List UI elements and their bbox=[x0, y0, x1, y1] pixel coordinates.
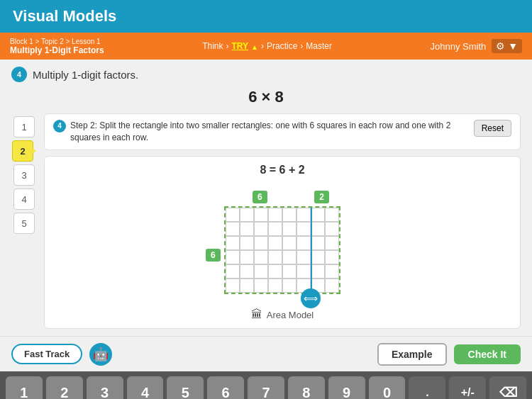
grid-cell bbox=[282, 208, 297, 222]
grid-cell bbox=[226, 264, 240, 279]
check-it-button[interactable]: Check It bbox=[454, 344, 521, 364]
grid-cell bbox=[254, 279, 268, 293]
step-3-button[interactable]: 3 bbox=[13, 164, 35, 186]
step-think[interactable]: Think bbox=[202, 41, 223, 51]
key-3[interactable]: 3 bbox=[87, 376, 123, 399]
key-1[interactable]: 1 bbox=[6, 376, 43, 399]
grid-cell bbox=[325, 222, 339, 236]
key-backspace[interactable]: ⌫ bbox=[489, 376, 526, 399]
grid-cell bbox=[268, 222, 282, 236]
nav-steps: Think › TRY ▲ › Practice › Master bbox=[202, 41, 332, 51]
step-1-button[interactable]: 1 bbox=[13, 116, 35, 137]
grid-cell bbox=[325, 279, 339, 293]
key-6[interactable]: 6 bbox=[207, 376, 244, 399]
step-master[interactable]: Master bbox=[306, 41, 332, 51]
grid-cell bbox=[282, 222, 297, 236]
instruction-text: 4 Step 2: Split the rectangle into two s… bbox=[53, 120, 467, 144]
grid-cell bbox=[311, 208, 325, 222]
grid-cell bbox=[297, 250, 311, 264]
example-button[interactable]: Example bbox=[377, 343, 447, 366]
grid-cell bbox=[226, 222, 240, 236]
grid-cell bbox=[240, 264, 254, 279]
content-row: 1 2 3 4 5 4 Step 2: Split the rectangle … bbox=[11, 113, 521, 329]
main-grid bbox=[224, 206, 340, 294]
area-model-label: 🏛 Area Model bbox=[251, 304, 314, 321]
app-title: Visual Models bbox=[13, 7, 116, 26]
key-4[interactable]: 4 bbox=[127, 376, 164, 399]
key-0[interactable]: 0 bbox=[369, 376, 406, 399]
grid-cell bbox=[325, 264, 339, 279]
grid-cell bbox=[240, 208, 254, 222]
grid-cell bbox=[268, 250, 282, 264]
settings-button[interactable]: ⚙ ▼ bbox=[492, 39, 522, 53]
grid-cell bbox=[282, 279, 297, 293]
grid-area: 6 2 6 ⟺ bbox=[224, 182, 340, 304]
arrow-1: › bbox=[226, 41, 229, 51]
grid-cell bbox=[325, 250, 339, 264]
grid-cell bbox=[311, 264, 325, 279]
grid-cell bbox=[254, 222, 268, 236]
step-4-button[interactable]: 4 bbox=[13, 189, 35, 210]
grid-cell bbox=[325, 208, 339, 222]
grid-cell bbox=[282, 250, 297, 264]
task-icon: 4 bbox=[11, 67, 27, 82]
grid-cell bbox=[240, 250, 254, 264]
nav-bar: Block 1 > Topic 2 > Lesson 1 Multiply 1-… bbox=[0, 33, 532, 60]
key-plus-minus[interactable]: +/- bbox=[449, 376, 486, 399]
step-sidebar: 1 2 3 4 5 bbox=[11, 113, 37, 329]
grid-cell bbox=[282, 236, 297, 250]
key-8[interactable]: 8 bbox=[288, 376, 325, 399]
grid-divider bbox=[311, 208, 312, 294]
key-5[interactable]: 5 bbox=[167, 376, 204, 399]
fast-track-button[interactable]: Fast Track bbox=[11, 344, 82, 364]
step-5-button[interactable]: 5 bbox=[13, 213, 35, 234]
grid-cell bbox=[226, 279, 240, 293]
breadcrumb: Block 1 > Topic 2 > Lesson 1 bbox=[10, 38, 104, 45]
app-header: Visual Models bbox=[0, 0, 532, 33]
bottom-bar: Fast Track 🤖 Example Check It bbox=[0, 336, 532, 371]
grid-row bbox=[226, 264, 339, 279]
grid-cell bbox=[254, 264, 268, 279]
badge-left-6: 6 bbox=[206, 249, 221, 262]
grid-cell bbox=[325, 236, 339, 250]
grid-cell bbox=[297, 236, 311, 250]
nav-right: Johnny Smith ⚙ ▼ bbox=[430, 39, 522, 53]
instruction-card: 4 Step 2: Split the rectangle into two s… bbox=[44, 113, 521, 150]
grid-cell bbox=[254, 208, 268, 222]
area-model-icon: 🏛 bbox=[251, 308, 262, 321]
grid-cell bbox=[268, 264, 282, 279]
key-9[interactable]: 9 bbox=[328, 376, 365, 399]
key-2[interactable]: 2 bbox=[46, 376, 83, 399]
model-container: 8 = 6 + 2 6 2 6 bbox=[44, 156, 521, 329]
grid-cell bbox=[311, 222, 325, 236]
username: Johnny Smith bbox=[430, 41, 486, 52]
grid-cell bbox=[240, 279, 254, 293]
main-equation: 6 × 8 bbox=[11, 88, 521, 106]
badge-top-2: 2 bbox=[314, 191, 329, 203]
grid-cell bbox=[268, 279, 282, 293]
task-header: 4 Multiply 1-digit factors. bbox=[11, 67, 521, 82]
grid-rows bbox=[226, 208, 339, 293]
task-text: Multiply 1-digit factors. bbox=[33, 69, 138, 81]
key-decimal[interactable]: . bbox=[409, 376, 445, 399]
grid-cell bbox=[240, 222, 254, 236]
grid-cell bbox=[282, 264, 297, 279]
key-7[interactable]: 7 bbox=[248, 376, 284, 399]
grid-cell bbox=[297, 208, 311, 222]
grid-cell bbox=[226, 236, 240, 250]
step-practice[interactable]: Practice bbox=[267, 41, 297, 51]
reset-button[interactable]: Reset bbox=[474, 120, 511, 137]
grid-wrapper: 6 2 6 ⟺ bbox=[224, 206, 340, 294]
grid-cell bbox=[311, 236, 325, 250]
grid-cell bbox=[240, 236, 254, 250]
step-num-icon: 4 bbox=[53, 120, 66, 133]
lesson-name: Multiply 1-Digit Factors bbox=[10, 45, 104, 55]
try-arrow: ▲ bbox=[251, 43, 258, 51]
instruction-area: 4 Step 2: Split the rectangle into two s… bbox=[44, 113, 521, 329]
step-try[interactable]: TRY bbox=[232, 41, 249, 51]
step-arrow bbox=[31, 147, 36, 155]
grid-cell bbox=[254, 236, 268, 250]
grid-cell bbox=[254, 250, 268, 264]
grid-row bbox=[226, 236, 339, 250]
arrow-2: › bbox=[261, 41, 264, 51]
